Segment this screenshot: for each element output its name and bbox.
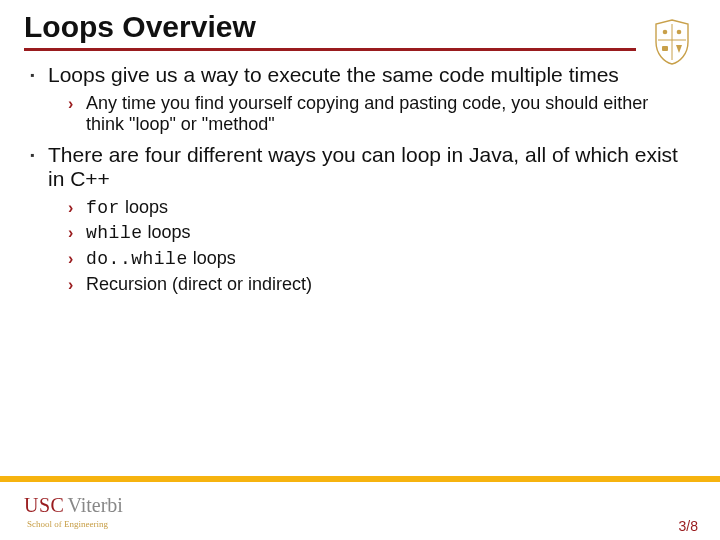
sub-bullet-marker: › bbox=[68, 274, 86, 295]
sub-bullet-marker: › bbox=[68, 248, 86, 270]
bullet-marker: ▪ bbox=[30, 143, 48, 191]
slide: Loops Overview ▪ Loops give us a way to … bbox=[0, 0, 720, 540]
bullet-text: There are four different ways you can lo… bbox=[48, 143, 690, 191]
usc-shield-icon bbox=[652, 18, 692, 66]
title-underline bbox=[24, 48, 636, 51]
bullet-level-1: ▪ Loops give us a way to execute the sam… bbox=[30, 63, 690, 87]
bullet-text: Loops give us a way to execute the same … bbox=[48, 63, 619, 87]
svg-rect-4 bbox=[662, 46, 668, 51]
sub-bullet-text: Any time you find yourself copying and p… bbox=[86, 93, 690, 134]
slide-title: Loops Overview bbox=[24, 10, 696, 44]
slide-header: Loops Overview bbox=[0, 0, 720, 51]
bullet-level-2: › do..while loops bbox=[68, 248, 690, 270]
sub-bullet-marker: › bbox=[68, 197, 86, 219]
sub-bullet-text: for loops bbox=[86, 197, 168, 219]
page-number: 3/8 bbox=[679, 518, 698, 534]
bullet-level-2: › for loops bbox=[68, 197, 690, 219]
sub-bullet-text: do..while loops bbox=[86, 248, 236, 270]
svg-point-2 bbox=[663, 30, 668, 35]
logo-subtitle: School of Engineering bbox=[27, 519, 123, 529]
slide-footer: USCViterbi School of Engineering 3/8 bbox=[0, 476, 720, 540]
sub-bullet-text: while loops bbox=[86, 222, 191, 244]
bullet-level-2: › Any time you find yourself copying and… bbox=[68, 93, 690, 134]
svg-point-3 bbox=[677, 30, 682, 35]
bullet-level-2: › while loops bbox=[68, 222, 690, 244]
bullet-level-2: › Recursion (direct or indirect) bbox=[68, 274, 690, 295]
usc-viterbi-logo: USCViterbi School of Engineering bbox=[24, 494, 123, 529]
sub-bullet-marker: › bbox=[68, 93, 86, 134]
logo-viterbi-text: Viterbi bbox=[67, 494, 122, 517]
sub-bullet-marker: › bbox=[68, 222, 86, 244]
bullet-marker: ▪ bbox=[30, 63, 48, 87]
slide-content: ▪ Loops give us a way to execute the sam… bbox=[0, 51, 720, 540]
footer-main: USCViterbi School of Engineering 3/8 bbox=[0, 482, 720, 540]
bullet-level-1: ▪ There are four different ways you can … bbox=[30, 143, 690, 191]
logo-usc-text: USC bbox=[24, 494, 64, 517]
sub-bullet-text: Recursion (direct or indirect) bbox=[86, 274, 312, 295]
